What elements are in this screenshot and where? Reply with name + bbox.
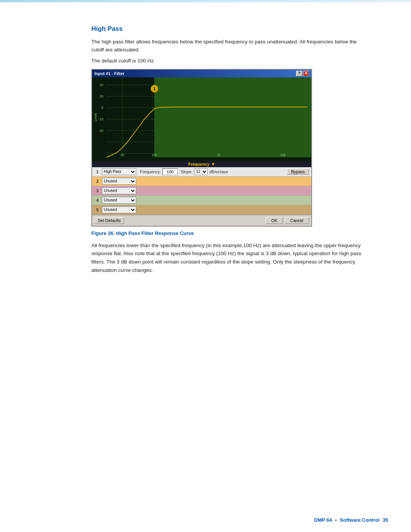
description-text: All frequencies lower than the specified… xyxy=(91,241,365,274)
footer-product: DMP 64 xyxy=(314,517,332,523)
frequency-label-bar: Frequency ▼ xyxy=(92,161,311,167)
chart-svg: 20 10 0 -10 -20 20 100 1k 10k Level xyxy=(92,77,311,161)
cancel-button[interactable]: Cancel xyxy=(285,217,309,224)
row-1-slope-label: Slope: xyxy=(181,169,193,174)
row-1-num: 1 xyxy=(94,169,100,174)
filter-rows: 1 High Pass Low Pass Unused Frequency: S… xyxy=(92,167,311,215)
row-3-type-select[interactable]: Unused High Pass Low Pass xyxy=(102,187,136,194)
svg-text:-10: -10 xyxy=(99,117,104,121)
svg-rect-1 xyxy=(155,77,311,157)
filter-dialog: Input #1 - Filter ? ✕ xyxy=(91,69,312,227)
figure-caption-bold: Figure 26. xyxy=(91,230,115,236)
freq-arrow: ▼ xyxy=(211,162,215,166)
filter-row-1: 1 High Pass Low Pass Unused Frequency: S… xyxy=(92,167,311,177)
row-5-type-select[interactable]: Unused High Pass Low Pass xyxy=(102,206,136,213)
titlebar-buttons: ? ✕ xyxy=(296,71,309,76)
footer-bullet: • xyxy=(335,517,337,523)
dialog-footer-right: OK Cancel xyxy=(266,217,309,224)
section-title: High Pass xyxy=(91,25,365,33)
figure-caption: Figure 26. High Pass Filter Response Cur… xyxy=(91,230,365,236)
page-content: High Pass The high pass filter allows fr… xyxy=(0,2,411,297)
filter-row-3: 3 Unused High Pass Low Pass xyxy=(92,186,311,196)
footer-section: Software Control xyxy=(340,517,380,523)
help-button[interactable]: ? xyxy=(296,71,302,76)
row-4-num: 4 xyxy=(94,198,100,203)
row-1-dboct-label: dB/octave xyxy=(209,169,228,174)
ok-button[interactable]: OK xyxy=(266,217,283,224)
svg-text:10: 10 xyxy=(100,94,104,98)
row-5-num: 5 xyxy=(94,208,100,212)
chart-area: 20 10 0 -10 -20 20 100 1k 10k Level xyxy=(92,77,311,161)
svg-text:-20: -20 xyxy=(99,129,104,133)
set-defaults-button[interactable]: Set Defaults xyxy=(94,217,124,224)
row-1-slope-select[interactable]: 12 6 18 24 xyxy=(194,168,208,175)
page-footer: DMP 64 • Software Control 35 xyxy=(314,517,389,523)
filter-row-2: 2 Unused High Pass Low Pass xyxy=(92,177,311,186)
close-button[interactable]: ✕ xyxy=(303,71,309,76)
svg-text:10k: 10k xyxy=(280,153,286,157)
frequency-axis-label: Frequency xyxy=(188,162,210,166)
footer-page: 35 xyxy=(383,517,388,523)
intro-text: The high pass filter allows frequencies … xyxy=(91,38,365,54)
svg-text:20: 20 xyxy=(100,83,104,87)
figure-caption-text: High Pass Filter Response Curve xyxy=(115,230,194,236)
svg-text:1k: 1k xyxy=(217,153,221,157)
chart-container: 20 10 0 -10 -20 20 100 1k 10k Level xyxy=(92,77,311,167)
dialog-footer: Set Defaults OK Cancel xyxy=(92,215,311,226)
svg-text:1: 1 xyxy=(153,87,156,91)
dialog-titlebar: Input #1 - Filter ? ✕ xyxy=(92,70,311,77)
bypass-button[interactable]: Bypass xyxy=(287,169,309,175)
filter-row-5: 5 Unused High Pass Low Pass xyxy=(92,205,311,215)
svg-text:100: 100 xyxy=(151,153,157,157)
row-1-type-select[interactable]: High Pass Low Pass Unused xyxy=(102,168,136,175)
row-1-freq-input[interactable] xyxy=(162,168,178,175)
row-2-num: 2 xyxy=(94,179,100,184)
filter-row-4: 4 Unused High Pass Low Pass xyxy=(92,196,311,205)
dialog-title: Input #1 - Filter xyxy=(94,71,124,76)
row-2-type-select[interactable]: Unused High Pass Low Pass xyxy=(102,178,136,185)
row-4-type-select[interactable]: Unused High Pass Low Pass xyxy=(102,197,136,204)
svg-text:20: 20 xyxy=(120,153,124,157)
row-1-freq-label: Frequency: xyxy=(140,169,161,174)
default-cutoff-text: The default cutoff is 100 Hz. xyxy=(91,58,365,64)
svg-text:0: 0 xyxy=(102,106,104,110)
row-3-num: 3 xyxy=(94,189,100,193)
svg-text:Level: Level xyxy=(94,113,97,121)
